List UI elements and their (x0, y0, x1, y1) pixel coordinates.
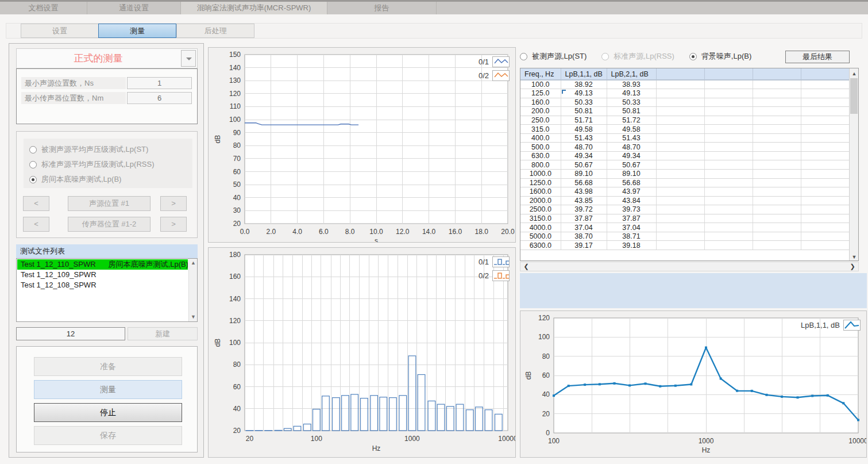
table-cell (801, 187, 850, 197)
mic-next-button[interactable]: > (160, 217, 187, 232)
result-table-grid: Freq., HzLpB,1,1, dBLpB,2,1, dB 100.038.… (520, 68, 850, 250)
table-cell: 50.67 (607, 160, 656, 170)
svg-text:60: 60 (233, 168, 241, 176)
tab-document[interactable]: 文档设置 (0, 2, 87, 14)
file-list-item[interactable]: Test 1_12_110_SPWR房间本底噪声测试,Lp(B) (17, 259, 188, 270)
svg-text:30: 30 (233, 206, 241, 214)
table-row[interactable]: 400.051.4351.43 (520, 133, 850, 143)
scroll-down-icon[interactable]: ▼ (189, 313, 198, 321)
table-cell (656, 223, 704, 232)
st-radio[interactable]: 被测声源,Lp(ST) (520, 51, 587, 62)
table-row[interactable]: 3150.037.8737.87 (520, 214, 850, 223)
measure-button[interactable]: 测量 (34, 380, 182, 399)
bar-series-icon (492, 270, 510, 281)
file-count-button[interactable]: 12 (16, 327, 125, 340)
scroll-up-icon[interactable]: ▲ (850, 68, 859, 77)
legend-entry-0-1[interactable]: 0/1 (479, 255, 510, 269)
table-cell (753, 214, 801, 223)
legend-label: LpB,1,1, dB (801, 321, 840, 329)
spectrum-chart-svg: 2040608010012014016018020100100010000Hzd… (209, 248, 515, 459)
file-list-item[interactable]: Test 1_12_109_SPWR (17, 270, 188, 280)
subtab-measure[interactable]: 测量 (98, 24, 176, 38)
legend-entry-0-2[interactable]: 0/2 (479, 269, 510, 282)
table-row[interactable]: 2000.043.8543.84 (520, 196, 850, 205)
table-row[interactable]: 630.049.3449.34 (520, 151, 850, 160)
nm-input[interactable]: 6 (127, 92, 192, 104)
table-row[interactable]: 2500.039.7239.73 (520, 205, 850, 214)
svg-text:100: 100 (311, 435, 322, 443)
legend-entry-lpb[interactable]: LpB,1,1, dB (801, 318, 861, 332)
right-panel: 被测声源,Lp(ST)标准声源,Lp(RSS)背景噪声,Lp(B) 最后结果 F… (520, 49, 868, 308)
legend-entry-0-2[interactable]: 0/2 (479, 68, 510, 82)
scrollbar-thumb[interactable] (850, 78, 858, 114)
table-row[interactable]: 1000.089.1089.10 (520, 169, 850, 178)
params-box: 最小声源位置数，Ns1最小传声器位置数，Nm6 (16, 68, 198, 124)
scroll-left-icon[interactable]: ❮ (522, 262, 531, 271)
table-cell: 49.13 (607, 89, 656, 98)
scroll-right-icon[interactable]: ❯ (848, 262, 857, 271)
table-row[interactable]: 315.049.5849.58 (520, 125, 850, 134)
scroll-down-icon[interactable]: ▼ (850, 252, 859, 260)
tab-mcr-spwr[interactable]: 混响室法测试声功率(MCR-SPWR) (181, 2, 327, 14)
table-cell: 37.87 (561, 214, 607, 223)
tab-report[interactable]: 报告 (327, 2, 437, 14)
table-row[interactable]: 250.051.7151.72 (520, 116, 850, 125)
table-row[interactable]: 800.050.6750.67 (520, 160, 850, 170)
table-cell: 49.13 (561, 89, 607, 98)
table-cell: 50.67 (561, 160, 607, 170)
table-cell (801, 125, 850, 134)
file-list-item[interactable]: Test 1_12_108_SPWR (17, 280, 188, 290)
bar-series-icon (492, 256, 510, 267)
subtab-post[interactable]: 后处理 (176, 24, 254, 38)
prepare-button[interactable]: 准备 (34, 357, 182, 376)
table-horizontal-scrollbar[interactable]: ❮ ❯ (520, 262, 859, 271)
save-button[interactable]: 保存 (34, 426, 182, 445)
source-prev-button[interactable]: < (23, 196, 49, 211)
result-table[interactable]: Freq., HzLpB,1,1, dBLpB,2,1, dB 100.038.… (520, 68, 859, 261)
file-list-scrollbar[interactable]: ▲ ▼ (188, 259, 197, 321)
source-next-button[interactable]: > (160, 196, 187, 211)
left-panel: 正式的测量 最小声源位置数，Ns1最小传声器位置数，Nm6 被测声源平均声压级测… (9, 43, 204, 458)
table-cell (704, 89, 753, 98)
file-list[interactable]: Test 1_12_110_SPWR房间本底噪声测试,Lp(B)Test 1_1… (16, 258, 198, 322)
rss-radio[interactable]: 标准声源,Lp(RSS) (601, 51, 674, 62)
table-row[interactable]: 4000.037.0437.04 (520, 223, 850, 232)
stop-button[interactable]: 停止 (34, 403, 182, 422)
table-row[interactable]: 6300.039.1739.18 (520, 241, 850, 250)
tab-channel[interactable]: 通道设置 (87, 2, 181, 14)
table-row[interactable]: 500.048.7048.70 (520, 143, 850, 152)
table-vertical-scrollbar[interactable]: ▲ ▼ (849, 68, 858, 260)
ns-input[interactable]: 1 (127, 77, 192, 89)
svg-text:20: 20 (542, 410, 550, 418)
last-result-button[interactable]: 最后结果 (785, 51, 850, 63)
table-row[interactable]: 1600.043.9843.97 (520, 187, 850, 197)
svg-text:150: 150 (229, 51, 241, 59)
table-cell (753, 178, 801, 187)
chevron-down-icon[interactable] (181, 50, 196, 67)
table-cell (753, 169, 801, 178)
table-row[interactable]: 160.050.3350.33 (520, 98, 850, 107)
test-type-radio-1[interactable]: 标准声源平均声压级测试,Lp(RSS) (29, 159, 154, 170)
mic-position-button[interactable]: 传声器位置 #1-2 (68, 217, 151, 232)
table-cell: 49.34 (561, 151, 607, 160)
legend-entry-0-1[interactable]: 0/1 (479, 55, 510, 68)
svg-text:80: 80 (233, 141, 241, 149)
scroll-up-icon[interactable]: ▲ (189, 259, 198, 267)
table-cell (801, 160, 850, 170)
measurement-mode-select[interactable]: 正式的测量 (16, 48, 198, 68)
svg-text:20: 20 (233, 220, 241, 228)
table-row[interactable]: 100.038.9238.93 (520, 80, 850, 89)
table-row[interactable]: 1250.056.6856.68 (520, 178, 850, 187)
source-position-button[interactable]: 声源位置 #1 (68, 196, 151, 211)
test-type-radio-0[interactable]: 被测声源平均声压级测试,Lp(ST) (29, 144, 148, 155)
test-type-radio-2[interactable]: 房间本底噪声测试,Lp(B) (29, 174, 121, 185)
radio-label: 标准声源,Lp(RSS) (614, 51, 674, 62)
table-row[interactable]: 200.050.8150.81 (520, 107, 850, 116)
mic-prev-button[interactable]: < (23, 217, 49, 232)
subtab-settings[interactable]: 设置 (21, 24, 99, 38)
table-row[interactable]: 125.049.1349.13 (520, 89, 850, 98)
new-file-button[interactable]: 新建 (128, 327, 198, 340)
radio-label: 背景噪声,Lp(B) (701, 51, 751, 62)
table-row[interactable]: 5000.038.7038.71 (520, 232, 850, 241)
background-radio[interactable]: 背景噪声,Lp(B) (689, 51, 751, 62)
